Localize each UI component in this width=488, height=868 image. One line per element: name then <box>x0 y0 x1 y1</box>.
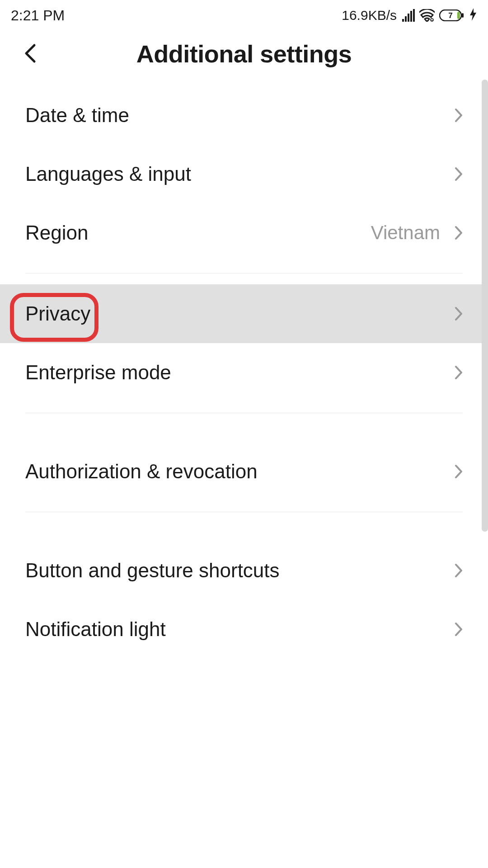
back-button[interactable] <box>23 43 36 63</box>
settings-item-label: Languages & input <box>25 163 191 185</box>
chevron-right-icon <box>455 167 463 181</box>
charging-icon <box>469 8 477 23</box>
svg-rect-2 <box>457 12 460 19</box>
scroll-indicator[interactable] <box>482 80 488 532</box>
page-title: Additional settings <box>23 40 465 68</box>
divider <box>25 512 463 512</box>
settings-item-label: Privacy <box>25 302 90 325</box>
settings-list: Date & time Languages & input Region Vie… <box>0 86 488 659</box>
network-speed: 16.9KB/s <box>342 8 397 23</box>
settings-item-date-time[interactable]: Date & time <box>0 86 488 145</box>
settings-item-authorization[interactable]: Authorization & revocation <box>0 442 488 501</box>
settings-item-enterprise[interactable]: Enterprise mode <box>0 343 488 402</box>
signal-icon <box>401 9 415 22</box>
chevron-right-icon <box>455 365 463 380</box>
section-gap <box>0 424 488 442</box>
wifi-icon <box>419 9 435 22</box>
chevron-right-icon <box>455 108 463 123</box>
status-bar: 2:21 PM 16.9KB/s 7 <box>0 0 488 29</box>
divider <box>25 273 463 274</box>
svg-text:7: 7 <box>448 11 452 20</box>
header: Additional settings <box>0 29 488 86</box>
settings-item-label: Region <box>25 222 88 244</box>
settings-item-label: Notification light <box>25 618 166 641</box>
settings-item-label: Button and gesture shortcuts <box>25 559 280 582</box>
section-gap <box>0 523 488 541</box>
settings-item-languages[interactable]: Languages & input <box>0 145 488 203</box>
settings-item-notification-light[interactable]: Notification light <box>0 600 488 659</box>
status-time: 2:21 PM <box>11 7 65 24</box>
settings-item-region[interactable]: Region Vietnam <box>0 203 488 262</box>
battery-icon: 7 <box>439 9 465 21</box>
svg-rect-4 <box>462 13 464 18</box>
settings-item-button-gesture[interactable]: Button and gesture shortcuts <box>0 541 488 600</box>
settings-item-value: Vietnam <box>371 222 440 244</box>
chevron-right-icon <box>455 307 463 321</box>
chevron-right-icon <box>455 563 463 578</box>
status-indicators: 16.9KB/s 7 <box>342 8 477 23</box>
divider <box>25 413 463 413</box>
chevron-right-icon <box>455 622 463 637</box>
chevron-right-icon <box>455 464 463 479</box>
settings-item-label: Enterprise mode <box>25 361 171 384</box>
settings-item-label: Authorization & revocation <box>25 460 258 483</box>
settings-item-label: Date & time <box>25 104 129 127</box>
chevron-right-icon <box>455 226 463 240</box>
settings-item-privacy[interactable]: Privacy <box>0 284 488 343</box>
